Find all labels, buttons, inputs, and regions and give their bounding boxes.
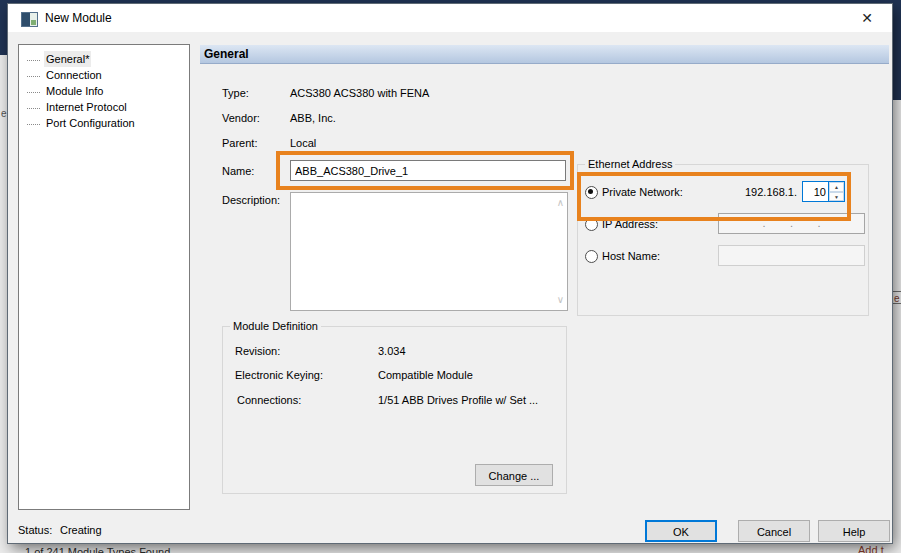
host-name-input [718, 245, 865, 266]
module-window-icon [21, 12, 38, 27]
tree-branch-line [27, 123, 40, 125]
private-network-spinner: ▲ ▼ [829, 181, 845, 202]
host-name-label: Host Name: [602, 250, 660, 262]
electronic-keying-label: Electronic Keying: [235, 369, 323, 381]
name-label: Name: [222, 165, 254, 177]
tree-item-connection[interactable]: Connection [19, 67, 189, 83]
connections-label: Connections: [237, 394, 301, 406]
tree-item-label: Module Info [44, 83, 105, 99]
revision-value: 3.034 [378, 345, 406, 357]
background-right-panel-edge [893, 100, 901, 543]
spinner-up-icon[interactable]: ▲ [829, 182, 844, 192]
private-network-last-octet-input[interactable] [802, 181, 829, 202]
tree-item-label: General* [44, 51, 91, 67]
tree-branch-line [27, 107, 40, 109]
category-tree: General* Connection Module Info Internet… [18, 44, 190, 510]
screen: e 1 of 241 Module Types Found Add t e Ne… [0, 0, 901, 553]
ip-address-radio[interactable] [585, 218, 598, 231]
background-right-text-fragment: e [894, 293, 900, 304]
dialog-title: New Module [45, 11, 112, 25]
tree-item-general[interactable]: General* [19, 51, 189, 67]
tree-branch-line [27, 91, 40, 93]
private-network-label: Private Network: [602, 186, 683, 198]
ip-address-input: . . . [718, 213, 865, 234]
tree-branch-line [27, 59, 40, 61]
ok-button[interactable]: OK [645, 520, 717, 542]
name-input[interactable] [290, 160, 566, 181]
connections-value: 1/51 ABB Drives Profile w/ Set ... [378, 394, 538, 406]
background-left-text-fragment: e [1, 108, 7, 119]
private-network-prefix: 192.168.1. [745, 186, 797, 198]
close-icon[interactable]: ✕ [856, 9, 878, 27]
type-label: Type: [222, 87, 249, 99]
dialog-titlebar[interactable]: New Module ✕ [8, 4, 892, 32]
background-add-text: Add t [858, 544, 884, 553]
host-name-radio[interactable] [585, 250, 598, 263]
ip-address-label: IP Address: [602, 218, 658, 230]
section-header: General [200, 45, 889, 64]
tree-item-module-info[interactable]: Module Info [19, 83, 189, 99]
change-button[interactable]: Change ... [475, 464, 553, 486]
tree-item-label: Port Configuration [44, 115, 137, 131]
tree-item-label: Internet Protocol [44, 99, 129, 115]
scroll-down-icon[interactable]: ∨ [557, 295, 564, 305]
background-module-types-text: 1 of 241 Module Types Found [25, 546, 170, 553]
ethernet-address-group-label: Ethernet Address [585, 158, 675, 170]
vendor-label: Vendor: [222, 112, 260, 124]
status-value: Creating [60, 524, 102, 536]
cancel-button[interactable]: Cancel [738, 520, 810, 542]
private-network-radio[interactable] [585, 186, 598, 199]
description-label: Description: [222, 194, 280, 206]
tree-item-internet-protocol[interactable]: Internet Protocol [19, 99, 189, 115]
module-definition-group-label: Module Definition [230, 320, 321, 332]
tree-item-label: Connection [44, 67, 104, 83]
status-label: Status: [18, 524, 52, 536]
parent-value: Local [290, 137, 316, 149]
tree-item-port-configuration[interactable]: Port Configuration [19, 115, 189, 131]
electronic-keying-value: Compatible Module [378, 369, 473, 381]
background-line [893, 291, 901, 292]
description-textarea[interactable]: ∧ ∨ [290, 192, 568, 311]
spinner-down-icon[interactable]: ▼ [829, 192, 844, 202]
help-button[interactable]: Help [818, 520, 890, 542]
new-module-dialog: New Module ✕ General* Connection Module … [8, 4, 892, 543]
vendor-value: ABB, Inc. [290, 112, 336, 124]
parent-label: Parent: [222, 137, 257, 149]
tree-branch-line [27, 75, 40, 77]
type-value: ACS380 ACS380 with FENA [290, 87, 429, 99]
revision-label: Revision: [235, 345, 280, 357]
scroll-up-icon[interactable]: ∧ [557, 198, 564, 208]
